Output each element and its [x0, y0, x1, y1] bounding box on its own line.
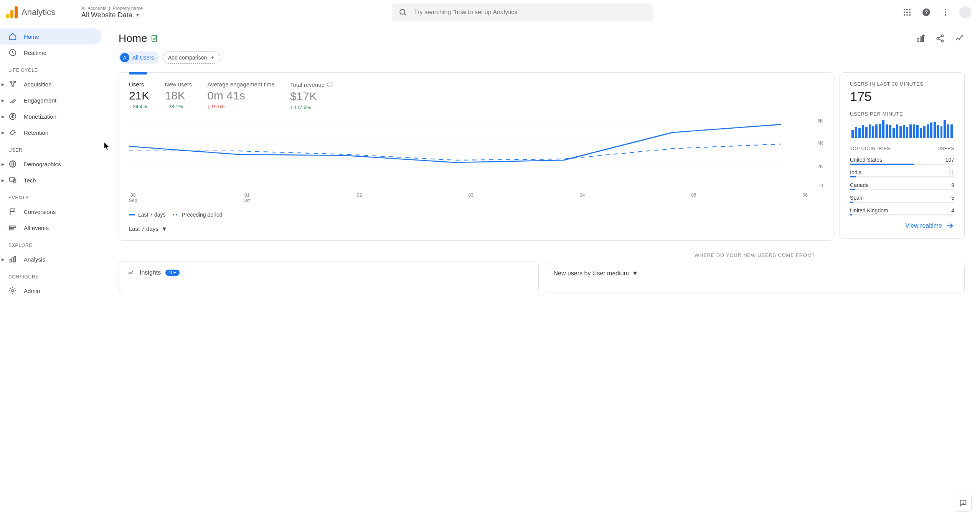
segment-badge: A: [120, 53, 129, 62]
nav-monetization[interactable]: ▶ Monetization: [0, 108, 102, 124]
expand-icon[interactable]: ▶: [2, 114, 5, 119]
help-icon[interactable]: ?: [921, 7, 932, 18]
nav-tech[interactable]: ▶ Tech: [0, 172, 102, 188]
insights-card[interactable]: Insights 10+: [119, 262, 539, 292]
y-tick: 4K: [817, 141, 823, 146]
nav-home[interactable]: Home: [0, 28, 102, 45]
expand-icon[interactable]: ▶: [2, 82, 5, 86]
nav-label: Demographics: [24, 161, 61, 167]
svg-point-16: [945, 9, 946, 10]
expand-icon[interactable]: ▶: [2, 98, 5, 103]
svg-point-32: [12, 290, 14, 292]
avatar[interactable]: [959, 6, 972, 18]
x-tick: 03: [468, 192, 473, 203]
search-bar[interactable]: [392, 3, 653, 21]
svg-rect-2: [15, 6, 18, 18]
metric-label: Total revenue ⓘ: [290, 81, 333, 88]
expand-icon[interactable]: ▶: [2, 257, 5, 262]
nav-label: Realtime: [24, 50, 46, 56]
x-tick: 04: [580, 192, 585, 203]
nav-acquisition[interactable]: ▶ Acquisition: [0, 76, 102, 92]
medium-selector[interactable]: New users by User medium ▼: [554, 270, 956, 277]
dropdown-icon: ▼: [632, 270, 638, 277]
svg-rect-36: [920, 37, 921, 41]
plus-icon: ＋: [210, 54, 215, 61]
y-tick: 6K: [817, 118, 823, 124]
customize-icon[interactable]: [916, 33, 926, 44]
chevron-right-icon: ❯: [108, 6, 111, 10]
nav-all-events[interactable]: All events: [0, 220, 102, 236]
nav-label: Acquisition: [24, 81, 52, 88]
insights-label: Insights: [140, 269, 161, 276]
nav-admin[interactable]: Admin: [0, 283, 102, 299]
nav-label: Home: [24, 33, 39, 40]
svg-point-12: [906, 14, 908, 16]
metric-value: $17K: [290, 90, 333, 103]
add-comparison-button[interactable]: Add comparison ＋: [163, 51, 220, 64]
expand-icon[interactable]: ▶: [2, 131, 5, 135]
help-icon[interactable]: ⓘ: [327, 81, 333, 88]
nav-section-explore: EXPLORE: [0, 236, 102, 251]
flag-icon: [8, 207, 17, 216]
x-tick: 02: [357, 192, 362, 203]
sidebar: Home Realtime LIFE CYCLE ▶ Acquisition ▶…: [0, 25, 102, 309]
nav-section-lifecycle: LIFE CYCLE: [0, 61, 102, 76]
events-icon: [8, 224, 17, 232]
svg-point-5: [904, 9, 905, 10]
svg-point-6: [906, 9, 908, 10]
breadcrumb-property: Property name: [112, 6, 143, 11]
search-input[interactable]: [414, 9, 646, 16]
nav-demographics[interactable]: ▶ Demographics: [0, 156, 102, 172]
metric-average-engagement-time[interactable]: Average engagement time0m 41s↓ 19.5%: [207, 81, 275, 110]
legend-current: Last 7 days: [129, 212, 166, 218]
nav-retention[interactable]: ▶ Retention: [0, 124, 102, 141]
realtime-card: USERS IN LAST 30 MINUTES 175 USERS PER M…: [840, 72, 965, 239]
share-icon[interactable]: [935, 33, 945, 44]
globe-icon: [8, 160, 17, 168]
y-tick: 2K: [817, 164, 823, 169]
country-row: United States107: [850, 154, 954, 164]
metric-value: 18K: [165, 89, 192, 102]
svg-text:?: ?: [925, 9, 928, 15]
metric-new-users[interactable]: New users18K↑ 28.1%: [165, 81, 192, 110]
country-row: Canada9: [850, 179, 954, 189]
users-header: USERS: [937, 146, 954, 151]
svg-rect-31: [14, 257, 16, 262]
date-range-selector[interactable]: Last 7 days ▼: [129, 225, 823, 232]
verified-badge-icon: [151, 35, 158, 42]
nav-engagement[interactable]: ▶ Engagement: [0, 92, 102, 108]
engagement-icon: [8, 96, 17, 104]
metric-value: 0m 41s: [207, 89, 275, 102]
metric-label: Average engagement time: [207, 81, 275, 88]
expand-icon[interactable]: ▶: [2, 162, 5, 166]
home-icon: [8, 32, 17, 41]
segment-all-users[interactable]: A All Users: [119, 51, 159, 64]
apps-icon[interactable]: [902, 7, 912, 18]
more-vert-icon[interactable]: [940, 7, 951, 18]
overview-chart: 6K 4K 2K 0: [129, 117, 823, 190]
nav-analysis[interactable]: ▶ Analysis: [0, 251, 102, 267]
country-row: Spain5: [850, 192, 954, 202]
x-tick: 05: [691, 192, 696, 203]
breadcrumb-accounts: All Accounts: [81, 6, 106, 11]
product-logo[interactable]: Analytics: [6, 6, 75, 18]
nav-conversions[interactable]: Conversions: [0, 204, 102, 220]
expand-icon[interactable]: ▶: [2, 178, 5, 182]
nav-label: Analysis: [24, 256, 45, 263]
metric-delta: ↓ 19.5%: [207, 104, 275, 109]
x-tick: 06: [803, 192, 808, 203]
svg-point-17: [945, 12, 946, 13]
metric-users[interactable]: Users21K↑ 24.4%: [129, 81, 149, 110]
monetization-icon: [8, 112, 17, 121]
svg-rect-0: [6, 14, 9, 18]
realtime-subtitle: USERS PER MINUTE: [850, 111, 954, 117]
analysis-icon: [8, 255, 17, 263]
account-selector[interactable]: All Accounts ❯ Property name All Website…: [81, 6, 143, 19]
nav-section-configure: CONFIGURE: [0, 267, 102, 283]
metric-total-revenue[interactable]: Total revenue ⓘ$17K↑ 117.6%: [290, 81, 333, 110]
insights-spark-icon[interactable]: [954, 33, 965, 44]
dropdown-icon: ▼: [162, 225, 167, 232]
svg-point-18: [945, 14, 946, 16]
nav-realtime[interactable]: Realtime: [0, 45, 102, 61]
view-realtime-link[interactable]: View realtime: [850, 222, 954, 230]
